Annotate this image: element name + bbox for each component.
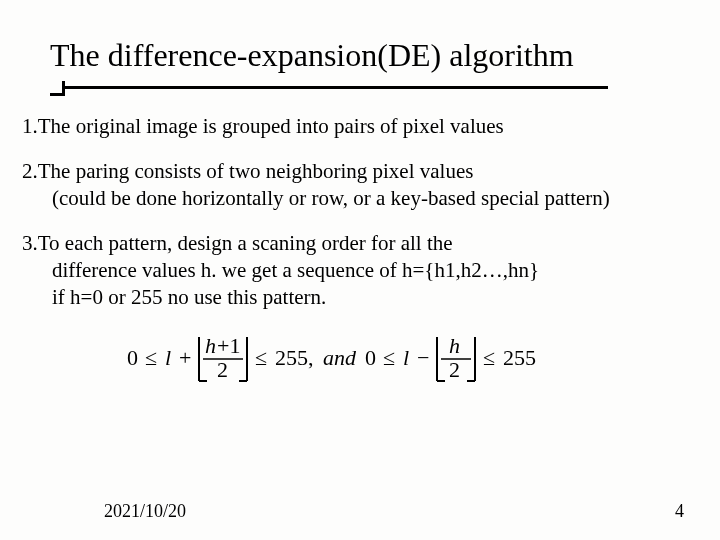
footer-date: 2021/10/20 — [104, 501, 186, 522]
list-item: 1.The original image is grouped into pai… — [22, 113, 692, 140]
list-item: 3.To each pattern, design a scaning orde… — [22, 230, 692, 311]
svg-text:≤: ≤ — [383, 345, 395, 370]
item-line: 2.The paring consists of two neighboring… — [22, 158, 692, 185]
item-line: 3.To each pattern, design a scaning orde… — [22, 230, 692, 257]
svg-text:2: 2 — [217, 357, 228, 382]
svg-text:255: 255 — [503, 345, 536, 370]
svg-text:≤: ≤ — [255, 345, 267, 370]
item-line: difference values h. we get a sequence o… — [22, 257, 692, 284]
svg-text:h: h — [205, 333, 216, 358]
title-block: The difference-expansion(DE) algorithm — [0, 0, 720, 89]
svg-text:0: 0 — [365, 345, 376, 370]
svg-text:0: 0 — [127, 345, 138, 370]
svg-text:2: 2 — [449, 357, 460, 382]
item-line: 1.The original image is grouped into pai… — [22, 113, 692, 140]
svg-text:and: and — [323, 345, 357, 370]
svg-text:−: − — [417, 345, 429, 370]
svg-text:+: + — [179, 345, 191, 370]
svg-text:l: l — [403, 345, 409, 370]
content-area: 1.The original image is grouped into pai… — [0, 89, 720, 390]
list-item: 2.The paring consists of two neighboring… — [22, 158, 692, 212]
svg-text:l: l — [165, 345, 171, 370]
item-line: (could be done horizontally or row, or a… — [22, 185, 692, 212]
rule-notch-icon — [50, 81, 65, 96]
svg-text:h: h — [449, 333, 460, 358]
slide-title: The difference-expansion(DE) algorithm — [50, 36, 720, 74]
title-rule — [50, 86, 608, 89]
formula-svg: 0 ≤ l + h +1 2 ≤ 255, and — [127, 331, 587, 387]
footer-page-number: 4 — [675, 501, 684, 522]
svg-text:+1: +1 — [217, 333, 240, 358]
item-line: if h=0 or 255 no use this pattern. — [22, 284, 692, 311]
svg-text:≤: ≤ — [483, 345, 495, 370]
formula: 0 ≤ l + h +1 2 ≤ 255, and — [22, 331, 692, 391]
svg-text:≤: ≤ — [145, 345, 157, 370]
slide: The difference-expansion(DE) algorithm 1… — [0, 0, 720, 540]
svg-text:255,: 255, — [275, 345, 314, 370]
